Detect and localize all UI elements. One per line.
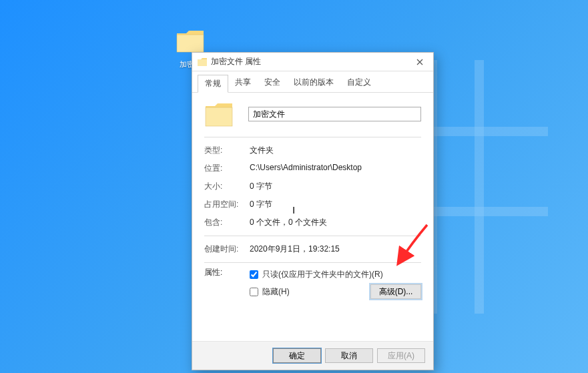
apply-button: 应用(A) (377, 348, 425, 363)
tab-general[interactable]: 常规 (198, 75, 228, 93)
hidden-label[interactable]: 隐藏(H) (262, 286, 290, 298)
svg-rect-2 (206, 107, 232, 126)
folder-icon (204, 101, 234, 127)
ondisk-label: 占用空间: (204, 199, 250, 210)
dialog-content: 类型: 文件夹 位置: C:\Users\Administrator\Deskt… (192, 93, 433, 341)
folder-icon (198, 58, 207, 66)
contains-label: 包含: (204, 217, 250, 228)
close-icon (416, 59, 423, 65)
tab-security[interactable]: 安全 (258, 74, 287, 92)
type-value: 文件夹 (250, 145, 421, 156)
separator (204, 262, 421, 263)
svg-rect-1 (198, 59, 207, 66)
ondisk-value: 0 字节 (250, 199, 421, 210)
close-button[interactable] (406, 53, 433, 71)
advanced-button[interactable]: 高级(D)... (370, 284, 421, 299)
contains-value: 0 个文件，0 个文件夹 (250, 217, 421, 228)
readonly-label[interactable]: 只读(仅应用于文件夹中的文件)(R) (262, 269, 383, 280)
svg-rect-0 (177, 35, 204, 52)
titlebar[interactable]: 加密文件 属性 (192, 53, 433, 71)
size-label: 大小: (204, 181, 250, 192)
cancel-button[interactable]: 取消 (325, 348, 373, 363)
button-bar: 确定 取消 应用(A) (192, 341, 433, 370)
tab-customize[interactable]: 自定义 (340, 74, 378, 92)
readonly-checkbox[interactable] (250, 270, 258, 279)
hidden-checkbox[interactable] (250, 288, 258, 296)
folder-name-input[interactable] (248, 107, 421, 121)
size-value: 0 字节 (250, 181, 421, 192)
properties-dialog: 加密文件 属性 常规 共享 安全 以前的版本 自定义 类型: 文件夹 位置: (192, 52, 434, 370)
folder-icon (176, 29, 205, 53)
dialog-title: 加密文件 属性 (211, 56, 261, 67)
tabbar: 常规 共享 安全 以前的版本 自定义 (192, 71, 433, 93)
location-value: C:\Users\Administrator\Desktop (250, 163, 421, 174)
tab-sharing[interactable]: 共享 (228, 74, 258, 92)
ok-button[interactable]: 确定 (273, 348, 321, 363)
windows-logo-decoration (414, 60, 548, 314)
separator (204, 236, 421, 236)
tab-previous-versions[interactable]: 以前的版本 (287, 74, 340, 92)
created-label: 创建时间: (204, 244, 250, 255)
type-label: 类型: (204, 145, 250, 156)
created-value: 2020年9月1日，19:32:15 (250, 244, 421, 255)
separator (204, 137, 421, 137)
location-label: 位置: (204, 163, 250, 174)
attributes-label: 属性: (204, 267, 250, 301)
